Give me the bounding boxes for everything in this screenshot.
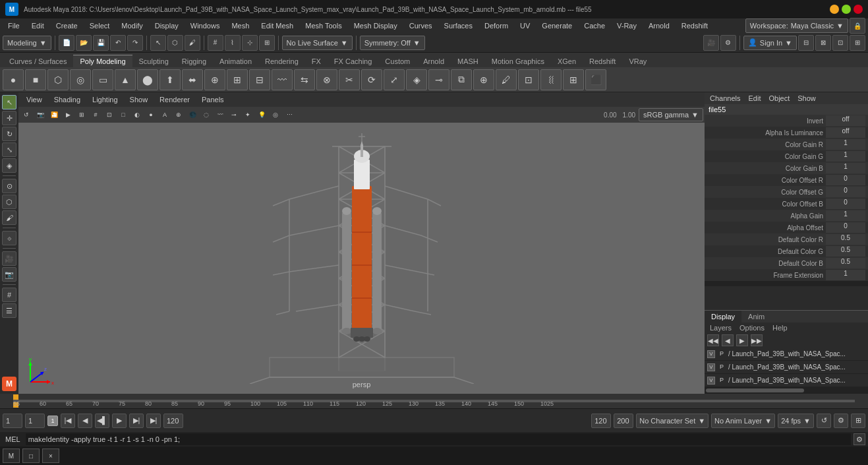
menu-mesh[interactable]: Mesh <box>226 20 254 31</box>
shelf-icon-9[interactable]: ⬌ <box>182 69 203 90</box>
menu-edit[interactable]: Edit <box>26 20 49 31</box>
character-set-dropdown[interactable]: No Character Set ▼ <box>636 414 709 428</box>
settings-btn[interactable]: ⚙ <box>720 35 736 51</box>
max-time-field[interactable]: 200 <box>614 414 633 428</box>
layer-row-2[interactable]: V P / Launch_Pad_39B_with_NASA_Spac... <box>705 374 868 387</box>
vp-shade2-btn[interactable]: ● <box>144 108 158 121</box>
shelf-tab-custom[interactable]: Custom <box>378 55 417 67</box>
shelf-icon-3[interactable]: ⬡ <box>47 69 69 90</box>
menu-windows[interactable]: Windows <box>185 20 225 31</box>
channel-scrollbar[interactable] <box>705 281 868 286</box>
layer-row-1[interactable]: V P / Launch_Pad_39B_with_NASA_Spac... <box>705 361 868 374</box>
shelf-tab-mash[interactable]: MASH <box>451 55 485 67</box>
anim-layer-dropdown[interactable]: No Anim Layer ▼ <box>711 414 775 428</box>
shelf-icon-10[interactable]: ⊕ <box>204 69 225 90</box>
soft-mod-btn[interactable]: ⊙ <box>2 179 16 193</box>
shelf-icon-13[interactable]: 〰 <box>272 69 293 90</box>
shelf-tab-xgen[interactable]: XGen <box>551 55 583 67</box>
vp-transform-btn[interactable]: ↺ <box>20 108 33 121</box>
anim-preferences-btn[interactable]: ⚙ <box>834 414 848 428</box>
ch-tab-edit[interactable]: Edit <box>745 94 763 102</box>
ch-val-cor[interactable]: 0 <box>826 175 865 185</box>
ch-val-cob[interactable]: 0 <box>826 199 865 209</box>
vp-menu-panels[interactable]: Panels <box>196 94 229 105</box>
ch-val-dcg[interactable]: 0.5 <box>826 246 865 257</box>
taskbar-maya-btn[interactable]: M <box>3 449 20 463</box>
menu-generate[interactable]: Generate <box>536 20 577 31</box>
shelf-icon-14[interactable]: ⇆ <box>294 69 315 90</box>
shelf-icon-17[interactable]: ⟳ <box>361 69 382 90</box>
menu-mesh-display[interactable]: Mesh Display <box>349 20 403 31</box>
vp-cam1-btn[interactable]: 📷 <box>34 108 47 121</box>
layer-fwd-btn[interactable]: ▶ <box>736 334 748 346</box>
ch-val-invert[interactable]: off <box>826 115 865 126</box>
time-slider-bar[interactable] <box>13 400 855 402</box>
shelf-icon-26[interactable]: ⊞ <box>563 69 584 90</box>
menu-surfaces[interactable]: Surfaces <box>439 20 478 31</box>
shelf-icon-4[interactable]: ◎ <box>70 69 91 90</box>
lasso-tool-btn[interactable]: ⬡ <box>2 195 16 209</box>
open-btn[interactable]: 📂 <box>76 35 92 51</box>
anim-more-btn[interactable]: ⊞ <box>851 414 865 428</box>
shelf-icon-2[interactable]: ■ <box>25 69 46 90</box>
show-manip-btn[interactable]: ⟐ <box>2 231 16 245</box>
paint-sel-btn[interactable]: 🖌 <box>185 35 200 51</box>
shelf-tab-arnold[interactable]: Arnold <box>417 55 451 67</box>
shelf-icon-21[interactable]: ⧉ <box>451 69 472 90</box>
layout-btn4[interactable]: ⊞ <box>850 35 865 51</box>
layer-menu-help[interactable]: Help <box>770 324 790 332</box>
frame-start-field[interactable]: 1 <box>3 414 22 428</box>
menu-file[interactable]: File <box>3 20 25 31</box>
vp-dof-btn[interactable]: ⊸ <box>227 108 241 121</box>
shelf-tab-vray[interactable]: VRay <box>622 55 653 67</box>
play-fwd-btn[interactable]: ▶ <box>112 414 127 428</box>
command-input[interactable] <box>26 433 851 445</box>
menu-cache[interactable]: Cache <box>579 20 610 31</box>
sign-in-dropdown[interactable]: 👤 Sign In ▼ <box>743 36 797 50</box>
layer-tab-anim[interactable]: Anim <box>741 311 771 323</box>
menu-edit-mesh[interactable]: Edit Mesh <box>256 20 299 31</box>
shelf-tab-fx-caching[interactable]: FX Caching <box>328 55 378 67</box>
ipr-btn[interactable]: 📷 <box>2 267 16 282</box>
shelf-tab-sculpting[interactable]: Sculpting <box>132 55 175 67</box>
command-language-label[interactable]: MEL <box>3 435 23 443</box>
ch-val-cgr[interactable]: 1 <box>826 139 865 150</box>
layer-menu-layers[interactable]: Layers <box>707 324 734 332</box>
scale-tool-btn[interactable]: ⤡ <box>2 142 16 157</box>
layer-row-0[interactable]: V P / Launch_Pad_39B_with_NASA_Spac... <box>705 348 868 361</box>
menu-uv[interactable]: UV <box>515 20 535 31</box>
play-back-btn[interactable]: ◀▌ <box>95 414 109 428</box>
ch-tab-show[interactable]: Show <box>795 94 819 102</box>
ch-val-ao[interactable]: 0 <box>826 222 865 233</box>
layer-tab-display[interactable]: Display <box>705 311 741 323</box>
vp-cam4-btn[interactable]: ⊞ <box>75 108 88 121</box>
ch-val-ag[interactable]: 1 <box>826 210 865 221</box>
menu-modify[interactable]: Modify <box>116 20 148 31</box>
vp-cam2-btn[interactable]: 🎦 <box>47 108 61 121</box>
shelf-icon-12[interactable]: ⊟ <box>249 69 270 90</box>
vp-xray-btn[interactable]: ⊡ <box>103 108 116 121</box>
render-region-btn[interactable]: 🎥 <box>2 251 16 266</box>
grid-btn[interactable]: # <box>2 288 16 302</box>
window-controls[interactable] <box>830 5 863 14</box>
layout-btn1[interactable]: ⊟ <box>798 35 814 51</box>
vp-wire-btn[interactable]: □ <box>117 108 130 121</box>
ch-tab-object[interactable]: Object <box>766 94 792 102</box>
shelf-icon-5[interactable]: ▭ <box>92 69 113 90</box>
undo-btn[interactable]: ↶ <box>110 35 126 51</box>
taskbar-min-btn[interactable]: □ <box>22 449 40 463</box>
prev-frame-btn[interactable]: ◀ <box>78 414 92 428</box>
layer-btn[interactable]: ☰ <box>2 303 16 318</box>
move-tool-btn[interactable]: ✛ <box>2 111 16 125</box>
menu-create[interactable]: Create <box>51 20 83 31</box>
menu-curves[interactable]: Curves <box>404 20 438 31</box>
ch-val-cgg[interactable]: 1 <box>826 151 865 162</box>
workspace-dropdown[interactable]: Workspace: Maya Classic ▼ <box>745 18 848 33</box>
command-settings-btn[interactable]: ⚙ <box>854 433 865 445</box>
live-surface-dropdown[interactable]: No Live Surface ▼ <box>282 36 353 50</box>
layer-next-btn[interactable]: ▶▶ <box>751 334 763 346</box>
shelf-tab-fx[interactable]: FX <box>305 55 328 67</box>
menu-mesh-tools[interactable]: Mesh Tools <box>300 20 347 31</box>
lasso-btn[interactable]: ⬡ <box>167 35 183 51</box>
menu-select[interactable]: Select <box>84 20 115 31</box>
